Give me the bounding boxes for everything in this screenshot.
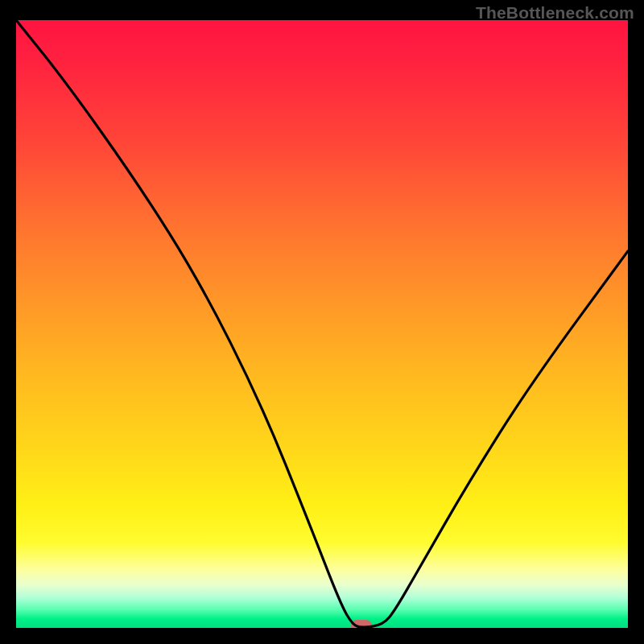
curve-path (16, 20, 628, 627)
chart-stage: TheBottleneck.com (0, 0, 644, 644)
watermark-text: TheBottleneck.com (476, 3, 634, 23)
bottleneck-curve (16, 20, 628, 628)
plot-area (16, 20, 628, 628)
